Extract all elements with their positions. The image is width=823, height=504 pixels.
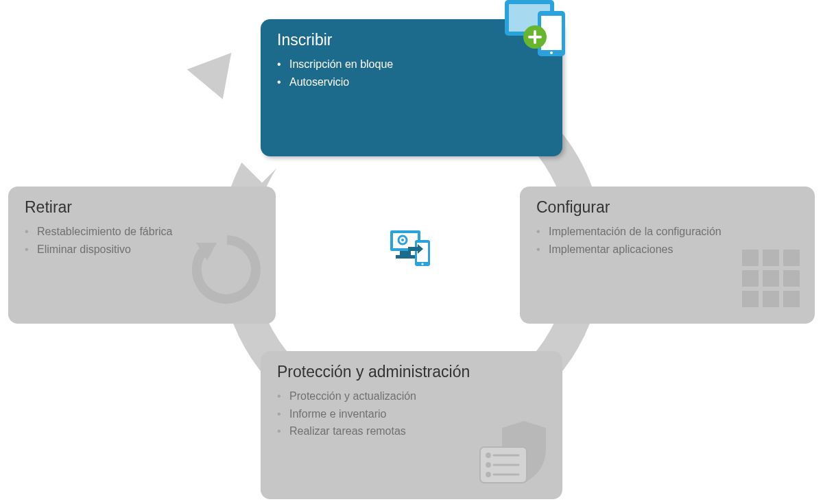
svg-point-27 (487, 454, 490, 457)
svg-rect-20 (742, 270, 759, 287)
svg-rect-18 (763, 250, 779, 266)
svg-point-29 (487, 464, 490, 467)
svg-rect-4 (400, 251, 411, 255)
svg-rect-17 (742, 250, 759, 266)
shield-list-icon (476, 418, 551, 490)
device-management-center-icon (387, 226, 438, 274)
svg-rect-16 (528, 36, 542, 38)
stage-card-configure: Configurar Implementación de la configur… (520, 187, 815, 324)
stage-card-enroll: Inscribir Inscripción en bloque Autoserv… (261, 19, 562, 156)
stage-title: Retirar (25, 199, 261, 216)
svg-point-8 (421, 263, 423, 265)
stage-title: Configurar (536, 199, 800, 216)
svg-rect-1 (393, 233, 418, 248)
stage-item: Protección y actualización (277, 387, 547, 405)
stage-card-retire: Retirar Restablecimiento de fábrica Elim… (8, 187, 276, 324)
svg-rect-21 (763, 270, 779, 287)
svg-rect-24 (763, 291, 779, 307)
svg-point-31 (487, 473, 490, 477)
svg-point-3 (401, 239, 404, 241)
app-grid-icon (738, 245, 804, 314)
svg-rect-19 (783, 250, 800, 266)
stage-card-protect: Protección y administración Protección y… (261, 351, 562, 499)
svg-rect-22 (783, 270, 800, 287)
svg-rect-5 (396, 255, 415, 259)
svg-rect-23 (742, 291, 759, 307)
stage-item: Implementación de la configuración (536, 223, 800, 241)
svg-rect-25 (783, 291, 800, 307)
enroll-devices-icon (502, 0, 577, 66)
stage-title: Protección y administración (277, 363, 547, 381)
reset-circular-arrow-icon (189, 232, 265, 310)
svg-point-13 (550, 51, 553, 54)
stage-item: Autoservicio (277, 73, 547, 91)
lifecycle-diagram: Inscribir Inscripción en bloque Autoserv… (0, 0, 823, 504)
